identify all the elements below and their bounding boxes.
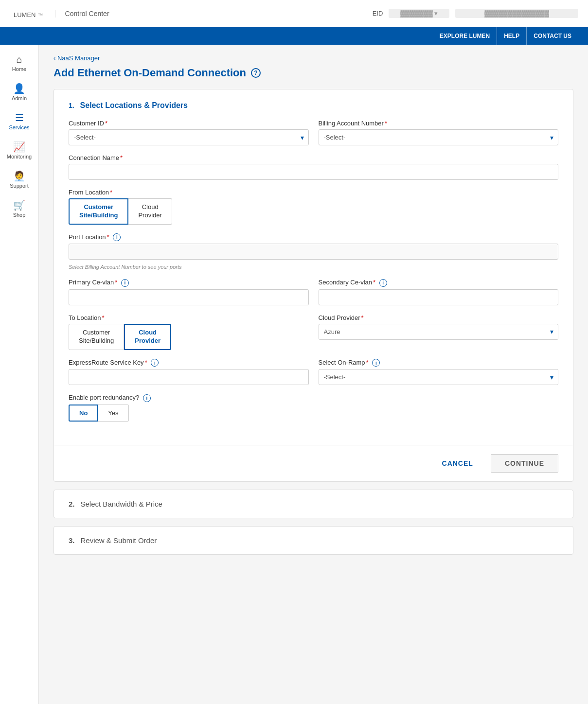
logo: LUMEN™	[10, 7, 43, 20]
secondary-ce-vlan-input[interactable]	[319, 289, 559, 305]
to-location-toggle: CustomerSite/Building CloudProvider	[69, 324, 309, 350]
expressroute-info-icon[interactable]: i	[151, 359, 159, 367]
primary-ce-vlan-info-icon[interactable]: i	[121, 279, 129, 287]
breadcrumb[interactable]: NaaS Manager	[53, 54, 573, 62]
step-2-inner: 2. Select Bandwidth & Price	[54, 490, 573, 518]
connection-name-label: Connection Name*	[69, 154, 558, 161]
continue-button[interactable]: CONTINUE	[491, 454, 558, 473]
sidebar-item-admin[interactable]: 👤 Admin	[0, 78, 38, 107]
row-redundancy: Enable port redundancy? i No Yes	[69, 394, 558, 422]
step-1-form: Customer ID* -Select- Billing Account Nu…	[54, 110, 573, 445]
redundancy-info-icon[interactable]: i	[143, 394, 151, 402]
field-to-location: To Location* CustomerSite/Building Cloud…	[69, 314, 309, 350]
row-port-location: Port Location* i Select Billing Account …	[69, 233, 558, 270]
sidebar-label-monitoring: Monitoring	[7, 154, 32, 159]
field-customer-id: Customer ID* -Select-	[69, 120, 309, 145]
field-port-location: Port Location* i Select Billing Account …	[69, 233, 558, 270]
customer-id-label: Customer ID*	[69, 120, 309, 127]
step-3-card: 3. Review & Submit Order	[53, 526, 573, 555]
billing-account-label: Billing Account Number*	[319, 120, 559, 127]
sidebar-item-shop[interactable]: 🛒 Shop	[0, 194, 38, 224]
step-1-card: 1. Select Locations & Providers Customer…	[53, 89, 573, 482]
step-3-title: Review & Submit Order	[81, 536, 157, 545]
expressroute-input[interactable]	[69, 369, 309, 385]
sidebar-label-services: Services	[9, 124, 29, 130]
eid-value: ▓▓▓▓▓▓▓ ▾	[389, 9, 449, 18]
row-expressroute: ExpressRoute Service Key* i Select On-Ra…	[69, 359, 558, 386]
top-bar-left: LUMEN™ Control Center	[10, 7, 109, 20]
port-location-input[interactable]	[69, 244, 558, 260]
field-secondary-ce-vlan: Secondary Ce-vlan* i	[319, 279, 559, 305]
action-row: CANCEL CONTINUE	[54, 445, 573, 481]
from-location-cloud-btn[interactable]: CloudProvider	[128, 198, 172, 225]
to-location-customer-btn[interactable]: CustomerSite/Building	[69, 324, 124, 350]
help-link[interactable]: HELP	[497, 27, 527, 45]
step-2-title: Select Bandwidth & Price	[81, 500, 162, 508]
cloud-provider-label: Cloud Provider*	[319, 314, 559, 321]
services-icon: ☰	[15, 113, 24, 123]
redundancy-toggle: No Yes	[69, 405, 558, 422]
main-layout: ⌂ Home 👤 Admin ☰ Services 📈 Monitoring 🧑…	[0, 45, 588, 704]
sidebar-item-services[interactable]: ☰ Services	[0, 107, 38, 136]
cancel-button[interactable]: CANCEL	[430, 455, 485, 472]
secondary-ce-vlan-info-icon[interactable]: i	[379, 279, 387, 287]
field-billing-account: Billing Account Number* -Select-	[319, 120, 559, 145]
to-location-cloud-btn[interactable]: CloudProvider	[124, 324, 171, 350]
from-location-customer-btn[interactable]: CustomerSite/Building	[69, 198, 128, 225]
field-connection-name: Connection Name*	[69, 154, 558, 180]
connection-name-input[interactable]	[69, 164, 558, 180]
support-icon: 🧑‍💼	[13, 171, 25, 181]
sidebar: ⌂ Home 👤 Admin ☰ Services 📈 Monitoring 🧑…	[0, 45, 39, 704]
to-location-label: To Location*	[69, 314, 309, 321]
from-location-label: From Location*	[69, 189, 558, 196]
row-connection-name: Connection Name*	[69, 154, 558, 180]
step-3-inner: 3. Review & Submit Order	[54, 527, 573, 554]
primary-ce-vlan-input[interactable]	[69, 289, 309, 305]
row-to-location: To Location* CustomerSite/Building Cloud…	[69, 314, 558, 350]
row-from-location: From Location* CustomerSite/Building Clo…	[69, 189, 558, 225]
customer-id-select[interactable]: -Select-	[69, 129, 309, 145]
eid-label: EID	[373, 10, 383, 17]
field-expressroute: ExpressRoute Service Key* i	[69, 359, 309, 386]
select-onramp-select[interactable]: -Select-	[319, 369, 559, 385]
field-from-location: From Location* CustomerSite/Building Clo…	[69, 189, 558, 225]
sidebar-item-monitoring[interactable]: 📈 Monitoring	[0, 136, 38, 165]
step-2-number: 2.	[69, 500, 75, 508]
step-1-number: 1.	[69, 102, 74, 109]
sidebar-label-admin: Admin	[12, 95, 27, 101]
step-2-card: 2. Select Bandwidth & Price	[53, 490, 573, 518]
top-bar: LUMEN™ Control Center EID ▓▓▓▓▓▓▓ ▾ ▓▓▓▓…	[0, 0, 588, 27]
main-content: NaaS Manager Add Ethernet On-Demand Conn…	[39, 45, 588, 704]
field-cloud-provider: Cloud Provider* Azure	[319, 314, 559, 350]
step-1-title: Select Locations & Providers	[80, 101, 188, 109]
select-onramp-info-icon[interactable]: i	[372, 359, 380, 367]
row-ce-vlan: Primary Ce-vlan* i Secondary Ce-vlan* i	[69, 279, 558, 305]
contact-us-link[interactable]: CONTACT US	[527, 27, 578, 45]
redundancy-yes-btn[interactable]: Yes	[98, 405, 128, 422]
field-primary-ce-vlan: Primary Ce-vlan* i	[69, 279, 309, 305]
monitoring-icon: 📈	[13, 142, 25, 152]
billing-account-select-wrapper: -Select-	[319, 129, 559, 145]
sidebar-item-support[interactable]: 🧑‍💼 Support	[0, 165, 38, 194]
redundancy-no-btn[interactable]: No	[69, 405, 98, 422]
utility-bar: EXPLORE LUMEN HELP CONTACT US	[0, 27, 588, 45]
page-title: Add Ethernet On-Demand Connection ?	[53, 67, 573, 79]
cloud-provider-select[interactable]: Azure	[319, 324, 559, 340]
step-1-header: 1. Select Locations & Providers	[54, 89, 573, 110]
billing-account-select[interactable]: -Select-	[319, 129, 559, 145]
help-icon[interactable]: ?	[251, 68, 261, 78]
sidebar-item-home[interactable]: ⌂ Home	[0, 49, 38, 78]
sidebar-label-support: Support	[10, 183, 29, 189]
port-location-label: Port Location* i	[69, 233, 558, 242]
sidebar-label-home: Home	[12, 66, 26, 72]
redundancy-label: Enable port redundancy? i	[69, 394, 558, 402]
top-bar-right: EID ▓▓▓▓▓▓▓ ▾ ▓▓▓▓▓▓▓▓▓▓▓▓▓▓	[373, 9, 578, 18]
step-3-number: 3.	[69, 536, 75, 545]
expressroute-label: ExpressRoute Service Key* i	[69, 359, 309, 367]
from-location-toggle: CustomerSite/Building CloudProvider	[69, 198, 558, 225]
explore-lumen-link[interactable]: EXPLORE LUMEN	[433, 27, 497, 45]
admin-icon: 👤	[13, 84, 25, 93]
shop-icon: 🛒	[13, 200, 25, 210]
home-icon: ⌂	[16, 54, 22, 64]
port-location-info-icon[interactable]: i	[113, 233, 121, 241]
